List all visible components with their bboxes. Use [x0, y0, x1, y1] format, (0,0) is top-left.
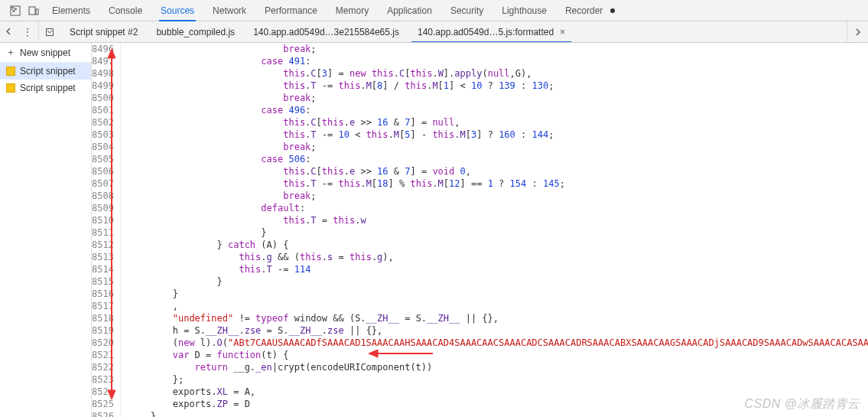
code-line[interactable]: } catch (A) { [120, 239, 868, 251]
code-line[interactable]: } [120, 288, 868, 300]
file-tab-label: bubble_compiled.js [156, 27, 235, 37]
snippet-item-label: Script snippet [20, 66, 76, 77]
code-editor[interactable]: 8496 break;8497 case 491:8498 this.C[3] … [92, 43, 868, 417]
line-number[interactable]: 8512 [92, 239, 120, 251]
line-number[interactable]: 8502 [92, 116, 120, 129]
panel-tab-console[interactable]: Console [99, 0, 151, 21]
sources-toolbar: ⋮ Script snippet #2bubble_compiled.js140… [0, 21, 868, 43]
file-tab[interactable]: 140.app.ad0549d…5.js:formatted× [408, 21, 574, 42]
panel-tab-memory[interactable]: Memory [327, 0, 378, 21]
panel-tab-elements[interactable]: Elements [43, 0, 99, 21]
svg-rect-2 [36, 9, 38, 15]
line-number[interactable]: 8514 [92, 263, 120, 275]
code-line[interactable]: var D = function(t) { [120, 349, 868, 361]
code-line[interactable]: this.T -= this.M[8] / this.M[1] < 10 ? 1… [120, 80, 868, 92]
code-line[interactable]: break; [120, 190, 868, 202]
snippet-item-label: Script snippet [20, 83, 76, 93]
line-number[interactable]: 8503 [92, 129, 120, 141]
line-number[interactable]: 8510 [92, 214, 120, 226]
line-number[interactable]: 8517 [92, 300, 120, 312]
code-line[interactable]: default: [120, 202, 868, 214]
code-line[interactable]: this.C[3] = new this.C[this.W].apply(nul… [120, 67, 868, 80]
code-line[interactable]: this.C[this.e >> 16 & 7] = void 0, [120, 165, 868, 178]
snippet-file-icon [6, 83, 15, 93]
snippets-sidebar: ＋ New snippet Script snippetScript snipp… [0, 43, 92, 417]
code-line[interactable]: this.T = this.w [120, 214, 868, 226]
line-number[interactable]: 8498 [92, 67, 120, 80]
panel-tab-security[interactable]: Security [441, 0, 493, 21]
line-number[interactable]: 8524 [92, 386, 120, 398]
code-line[interactable]: case 491: [120, 55, 868, 67]
panel-tab-lighthouse[interactable]: Lighthouse [493, 0, 556, 21]
line-number[interactable]: 8525 [92, 398, 120, 410]
close-icon[interactable]: × [560, 27, 565, 37]
code-line[interactable]: }; [120, 373, 868, 386]
line-number[interactable]: 8519 [92, 324, 120, 337]
code-line[interactable]: break; [120, 141, 868, 153]
line-number[interactable]: 8501 [92, 104, 120, 116]
line-number[interactable]: 8511 [92, 226, 120, 239]
code-line[interactable]: this.T -= 10 < this.M[5] - this.M[3] ? 1… [120, 129, 868, 141]
device-toolbar-icon[interactable] [24, 0, 43, 21]
panel-tab-network[interactable]: Network [203, 0, 255, 21]
line-number[interactable]: 8497 [92, 55, 120, 67]
code-line[interactable]: this.T -= this.M[18] % this.M[12] == 1 ?… [120, 178, 868, 190]
line-number[interactable]: 8520 [92, 337, 120, 349]
code-line[interactable]: break; [120, 92, 868, 104]
code-line[interactable]: "undefined" != typeof window && (S.__ZH_… [120, 312, 868, 324]
svg-rect-1 [29, 7, 35, 15]
line-number[interactable]: 8522 [92, 361, 120, 373]
line-number[interactable]: 8523 [92, 373, 120, 386]
code-line[interactable]: case 496: [120, 104, 868, 116]
line-number[interactable]: 8516 [92, 288, 120, 300]
more-icon[interactable]: ⋮ [23, 27, 34, 37]
code-line[interactable]: return __g._en|crypt(encodeURIComponent(… [120, 361, 868, 373]
code-line[interactable]: this.T -= 114 [120, 263, 868, 275]
panel-tab-performance[interactable]: Performance [255, 0, 327, 21]
line-number[interactable]: 8509 [92, 202, 120, 214]
code-line[interactable]: }, [120, 410, 868, 417]
file-tab[interactable]: 140.app.ad0549d…3e215584e65.js [244, 21, 408, 42]
line-number[interactable]: 8504 [92, 141, 120, 153]
line-number[interactable]: 8526 [92, 410, 120, 417]
plus-icon: ＋ [6, 46, 15, 59]
line-number[interactable]: 8506 [92, 165, 120, 178]
line-number[interactable]: 8521 [92, 349, 120, 361]
file-tab[interactable]: bubble_compiled.js [147, 21, 244, 42]
snippet-item[interactable]: Script snippet [0, 63, 91, 80]
code-line[interactable]: exports.XL = A, [120, 386, 868, 398]
line-number[interactable]: 8513 [92, 251, 120, 263]
new-snippet-button[interactable]: ＋ New snippet [0, 43, 91, 63]
line-number[interactable]: 8518 [92, 312, 120, 324]
panel-tab-sources[interactable]: Sources [151, 0, 203, 21]
panel-tab-recorder[interactable]: Recorder [556, 0, 612, 21]
code-line[interactable]: this.C[this.e >> 16 & 7] = null, [120, 116, 868, 129]
chevron-right-icon[interactable] [847, 21, 868, 42]
devtools-panel-tabs: ElementsConsoleSourcesNetworkPerformance… [0, 0, 868, 21]
svg-rect-3 [47, 28, 54, 35]
snippet-item[interactable]: Script snippet [0, 80, 91, 96]
code-line[interactable]: , [120, 300, 868, 312]
file-tab[interactable]: Script snippet #2 [60, 21, 147, 42]
chevron-left-icon[interactable] [5, 28, 12, 37]
file-tab-label: Script snippet #2 [70, 27, 138, 37]
code-line[interactable]: (new l).O("ABt7CAAUSAAACADfSAAACAD1SAAAC… [120, 337, 868, 349]
code-line[interactable]: } [120, 226, 868, 239]
file-nav-icon[interactable] [39, 21, 60, 42]
code-line[interactable]: } [120, 275, 868, 288]
line-number[interactable]: 8499 [92, 80, 120, 92]
inspect-icon[interactable] [6, 0, 24, 21]
line-number[interactable]: 8496 [92, 43, 120, 55]
file-tab-label: 140.app.ad0549d…5.js:formatted [418, 27, 554, 37]
code-line[interactable]: exports.ZP = D [120, 398, 868, 410]
line-number[interactable]: 8505 [92, 153, 120, 165]
code-line[interactable]: this.g && (this.s = this.g), [120, 251, 868, 263]
code-line[interactable]: case 506: [120, 153, 868, 165]
line-number[interactable]: 8500 [92, 92, 120, 104]
code-line[interactable]: h = S.__ZH__.zse = S.__ZH__.zse || {}, [120, 324, 868, 337]
panel-tab-application[interactable]: Application [378, 0, 441, 21]
line-number[interactable]: 8508 [92, 190, 120, 202]
line-number[interactable]: 8507 [92, 178, 120, 190]
code-line[interactable]: break; [120, 43, 868, 55]
line-number[interactable]: 8515 [92, 275, 120, 288]
